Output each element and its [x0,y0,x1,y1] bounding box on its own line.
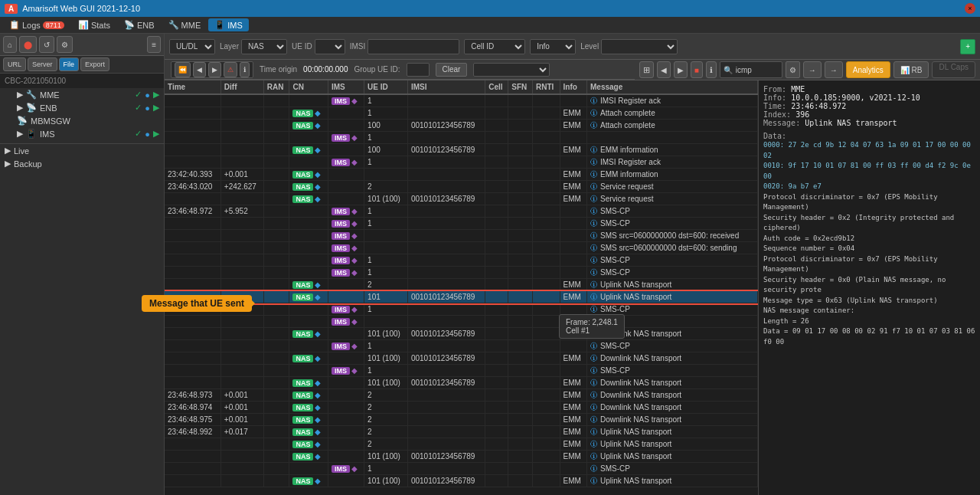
add-filter-button[interactable]: + [960,39,975,54]
sidebar-item-enb[interactable]: ▶ 📡 ENB ✓ ● ▶ [0,101,164,114]
rp-hex-line: Protocol discriminator = 0x7 (EPS Mobili… [763,254,975,275]
col-rnti: RNTI [533,80,560,94]
warn-button[interactable]: ⚠ [224,62,237,77]
mme-menu-item[interactable]: 🔧 MME [162,18,207,31]
table-row[interactable]: IMS◆1🛈SMS-CP [165,218,758,230]
table-row[interactable]: IMS◆1🛈SMS-CP [165,340,758,352]
rp-data-label: Data: [763,132,786,140]
info-search-button[interactable]: ℹ [706,61,717,78]
next-search-button[interactable]: ▶ [674,61,688,78]
prev-button[interactable]: ◀ [193,62,206,77]
sidebar-expand-button[interactable]: ≡ [147,36,161,53]
app-icon: A [5,4,18,14]
table-row[interactable]: NAS◆101 (100)001010123456789EMM🛈Downlink… [165,352,758,365]
table-row[interactable]: IMS◆🛈SMS src=0600000000 dst=600: sending [165,242,758,254]
table-row[interactable]: 23:46:48.972+5.952IMS◆1🛈SMS-CP [165,205,758,218]
stop-search-button[interactable]: ■ [691,61,703,78]
sidebar-settings-button[interactable]: ⚙ [57,36,73,53]
table-row[interactable]: NAS◆2EMM🛈Uplink NAS transport [165,438,758,451]
table-row[interactable]: IMS◆1🛈SMS-CP [165,267,758,279]
server-tab[interactable]: Server [28,57,57,71]
table-body: IMS◆1🛈IMSI Register ackNAS◆1EMM🛈Attach c… [165,94,758,487]
table-row[interactable]: NAS◆101 (100)001010123456789EMM🛈Service … [165,193,758,205]
table-row[interactable]: 23:46:48.974+0.001NAS◆2EMM🛈Downlink NAS … [165,402,758,414]
table-row[interactable]: IMS◆1🛈SMS-CP [165,254,758,267]
logs-menu-item[interactable]: 📋 Logs 8711 [3,18,70,31]
next-button[interactable]: ▶ [208,62,221,77]
sidebar-item-live[interactable]: ▶ Live [0,144,164,157]
frame-key: Frame: [566,318,590,326]
export-button[interactable]: Export [80,57,109,71]
table-row[interactable]: 23:46:48.975+0.001NAS◆2EMM🛈Downlink NAS … [165,414,758,426]
rp-hex-line: Sequence number = 0x04 [763,244,975,254]
table-row[interactable]: IMS◆1🛈SMS-CP [165,365,758,377]
table-row[interactable]: NAS◆101 (100)001010123456789EMM🛈Downlink… [165,328,758,340]
table-row[interactable]: NAS◆100001010123456789EMM🛈EMM informatio… [165,144,758,156]
uldl-select[interactable]: UL/DLULDL [169,39,215,54]
expand-icon3: ▶ [17,129,23,139]
table-row[interactable]: NAS◆101 (100)001010123456789EMM🛈Downlink… [165,377,758,389]
table-row[interactable]: NAS◆1EMM🛈Attach complete [165,107,758,120]
info-select[interactable]: Info [530,39,576,54]
col-time: Time [165,80,220,94]
level-filter-select[interactable] [473,63,550,77]
clear-button[interactable]: Clear [436,63,468,77]
rb-button[interactable]: 📊 RB [893,61,929,78]
forward-button[interactable]: → [803,61,822,78]
search-box: 🔍 [720,61,782,78]
url-tab[interactable]: URL [3,57,26,71]
rp-index-row: Index: 396 [763,110,975,119]
table-row[interactable]: IMS◆1🛈SMS-CP [165,463,758,475]
close-button[interactable]: × [965,3,975,14]
ims-tree-icon: 📱 [26,129,37,139]
backup-icon: ▶ [5,159,11,169]
table-row[interactable]: 23:42:40.393+0.001NAS◆EMM🛈EMM informatio… [165,169,758,181]
logs-icon: 📋 [9,20,20,30]
table-row[interactable]: 23:46:43.020+242.627NAS◆2EMM🛈Service req… [165,181,758,193]
table-row[interactable]: 23:46:48.992+0.017NAS◆2EMM🛈Uplink NAS tr… [165,426,758,438]
ueid-select[interactable] [315,39,345,54]
table-icon-button[interactable]: ⊞ [639,61,654,78]
cellid-select[interactable]: Cell ID [464,39,525,54]
backward-button2[interactable]: → [825,61,843,78]
stats-menu-item[interactable]: 📊 Stats [72,18,116,31]
rp-info-label: Info: [763,93,786,102]
level-select[interactable] [601,39,678,54]
table-row[interactable]: IMS◆ [165,316,758,328]
analytics-button[interactable]: Analytics [846,61,890,78]
file-tab[interactable]: File [59,57,80,71]
info2-button[interactable]: ℹ [240,62,250,77]
app-title: Amarisoft Web GUI 2021-12-10 [22,4,140,13]
sidebar-item-ims[interactable]: ▶ 📱 IMS ✓ ● ▶ [0,127,164,140]
table-row[interactable]: IMS◆1🛈IMSI Register ack [165,156,758,169]
sidebar-item-backup[interactable]: ▶ Backup [0,157,164,170]
table-row[interactable]: IMS◆🛈SMS src=0600000000 dst=600: receive… [165,230,758,242]
table-row[interactable]: IMS◆1 [165,132,758,144]
search-options-button[interactable]: ⚙ [786,61,800,78]
table-row[interactable]: NAS◆101 (100)001010123456789EMM🛈Uplink N… [165,475,758,487]
sidebar-refresh-button[interactable]: ↺ [39,36,54,53]
sidebar-item-mbmsgw[interactable]: 📡 MBMSGW [0,114,164,127]
table-row[interactable]: NAS◆101 (100)001010123456789EMM🛈Uplink N… [165,451,758,463]
search-input[interactable] [733,62,779,77]
sidebar: ⌂ ⬤ ↺ ⚙ ≡ URL Server File Export CBC-202… [0,34,165,495]
rp-hex-line: NAS message container: [763,306,975,316]
table-row[interactable]: NAS◆2EMM🛈Uplink NAS transport [165,279,758,291]
sidebar-stop-button[interactable]: ⬤ [19,36,37,53]
imsi-label: IMSI [350,42,366,51]
sidebar-home-button[interactable]: ⌂ [3,36,17,53]
imsi-input[interactable] [368,39,459,54]
expand-icon2: ▶ [17,103,23,113]
sidebar-item-mme[interactable]: ▶ 🔧 MME ✓ ● ▶ [0,88,164,101]
group-id-input[interactable] [407,63,430,77]
enb-menu-item[interactable]: 📡 ENB [118,18,161,31]
rp-from-label: From: [763,85,786,93]
prev-search-button[interactable]: ◀ [657,61,671,78]
layer-select[interactable]: NASRRCMAC [241,39,287,54]
table-row[interactable]: NAS◆100001010123456789EMM🛈Attach complet… [165,120,758,132]
log-table-container[interactable]: Time Diff RAN CN IMS UE ID IMSI Cell SFN… [165,80,758,495]
table-row[interactable]: IMS◆1🛈IMSI Register ack [165,94,758,107]
rewind-button[interactable]: ⏪ [175,62,191,77]
table-row[interactable]: 23:46:48.973+0.001NAS◆2EMM🛈Downlink NAS … [165,389,758,402]
ims-menu-item[interactable]: 📱 IMS [208,18,249,31]
